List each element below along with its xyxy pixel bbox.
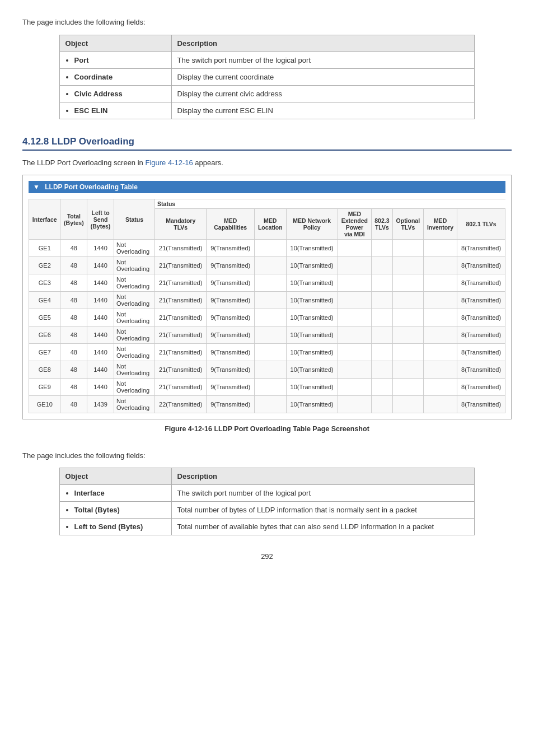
lldp-table-row: GE5 48 1440 NotOverloading 21(Transmitte… [29,309,505,326]
cell-opt [392,326,423,344]
section-heading: 4.12.8 LLDP Overloading [22,136,512,151]
col-med-net: MED NetworkPolicy [286,209,338,240]
object-cell: Coordinate [59,68,171,85]
cell-8023 [372,396,393,413]
cell-med-ext [338,326,371,344]
cell-total: 48 [60,274,87,292]
cell-opt [392,257,423,274]
cell-interface: GE10 [29,396,60,413]
cell-med-ext [338,396,371,413]
cell-med-loc [255,240,286,257]
cell-8021: 8(Transmitted) [457,326,505,344]
cell-opt [392,309,423,326]
cell-8021: 8(Transmitted) [457,274,505,292]
col-total: Total(Bytes) [60,199,87,240]
cell-med-loc [255,361,286,379]
cell-med-inv [423,292,457,309]
description-cell: Total number of available bytes that can… [171,519,475,535]
cell-med-loc [255,344,286,361]
figure-link[interactable]: Figure 4-12-16 [145,158,193,167]
cell-8023 [372,292,393,309]
lldp-table-row: GE9 48 1440 NotOverloading 21(Transmitte… [29,379,505,396]
cell-8021: 8(Transmitted) [457,257,505,274]
description-cell: Display the current civic address [171,85,475,102]
cell-med-loc [255,274,286,292]
cell-left: 1440 [87,326,114,344]
cell-med-net: 10(Transmitted) [286,361,338,379]
col-med-ext: MEDExtendedPowervia MDI [338,209,371,240]
collapse-icon[interactable]: ▼ [33,183,40,191]
cell-interface: GE2 [29,257,60,274]
cell-med-inv [423,344,457,361]
cell-mandatory: 21(Transmitted) [155,257,207,274]
cell-med-inv [423,396,457,413]
cell-status: NotOverloading [114,326,154,344]
cell-interface: GE3 [29,274,60,292]
cell-8023 [372,257,393,274]
cell-med-loc [255,379,286,396]
col-opt: OptionalTLVs [392,209,423,240]
cell-med-net: 10(Transmitted) [286,396,338,413]
object-cell: Port [59,52,171,68]
lldp-table-row: GE2 48 1440 NotOverloading 21(Transmitte… [29,257,505,274]
cell-interface: GE5 [29,309,60,326]
col-med-inv: MEDInventory [423,209,457,240]
top-intro-text: The page includes the following fields: [22,17,512,28]
col-8021: 802.1 TLVs [457,209,505,240]
cell-8021: 8(Transmitted) [457,240,505,257]
top-table-header-object: Object [59,35,171,52]
cell-med-ext [338,292,371,309]
table-row: Left to Send (Bytes) Total number of ava… [59,519,475,535]
cell-med-inv [423,257,457,274]
lldp-table-row: GE6 48 1440 NotOverloading 21(Transmitte… [29,326,505,344]
lldp-table-row: GE10 48 1439 NotOverloading 22(Transmitt… [29,396,505,413]
cell-opt [392,240,423,257]
top-table-header-description: Description [171,35,475,52]
lldp-table-row: GE4 48 1440 NotOverloading 21(Transmitte… [29,292,505,309]
cell-interface: GE6 [29,326,60,344]
cell-med-inv [423,274,457,292]
cell-med-inv [423,379,457,396]
object-cell: Toltal (Bytes) [59,502,171,519]
cell-8021: 8(Transmitted) [457,361,505,379]
object-cell: Civic Address [59,85,171,102]
cell-opt [392,396,423,413]
cell-8021: 8(Transmitted) [457,396,505,413]
cell-med-net: 10(Transmitted) [286,309,338,326]
cell-opt [392,361,423,379]
cell-status: NotOverloading [114,344,154,361]
cell-med-cap: 9(Transmitted) [207,309,255,326]
cell-med-ext [338,379,371,396]
lldp-table-row: GE1 48 1440 NotOverloading 21(Transmitte… [29,240,505,257]
cell-8021: 8(Transmitted) [457,344,505,361]
table-row: Interface The switch port number of the … [59,485,475,502]
cell-total: 48 [60,240,87,257]
cell-med-ext [338,361,371,379]
cell-opt [392,292,423,309]
cell-med-inv [423,309,457,326]
description-cell: The switch port number of the logical po… [171,485,475,502]
col-status: Status [114,199,154,240]
lldp-intro-text: The LLDP Port Overloading screen in Figu… [22,157,512,169]
col-mandatory-tlvs: MandatoryTLVs [155,209,207,240]
cell-interface: GE4 [29,292,60,309]
cell-left: 1440 [87,344,114,361]
cell-status: NotOverloading [114,257,154,274]
table-row: Port The switch port number of the logic… [59,52,475,68]
cell-interface: GE1 [29,240,60,257]
figure-caption: Figure 4-12-16 LLDP Port Overloading Tab… [22,424,512,435]
cell-med-ext [338,274,371,292]
cell-8023 [372,274,393,292]
cell-left: 1440 [87,379,114,396]
lldp-table-title: LLDP Port Overloading Table [45,183,138,191]
object-cell: ESC ELIN [59,102,171,119]
cell-med-cap: 9(Transmitted) [207,274,255,292]
cell-med-cap: 9(Transmitted) [207,361,255,379]
cell-status: NotOverloading [114,361,154,379]
cell-opt [392,344,423,361]
cell-med-cap: 9(Transmitted) [207,240,255,257]
cell-8023 [372,309,393,326]
cell-8023 [372,379,393,396]
cell-med-loc [255,326,286,344]
cell-status: NotOverloading [114,292,154,309]
